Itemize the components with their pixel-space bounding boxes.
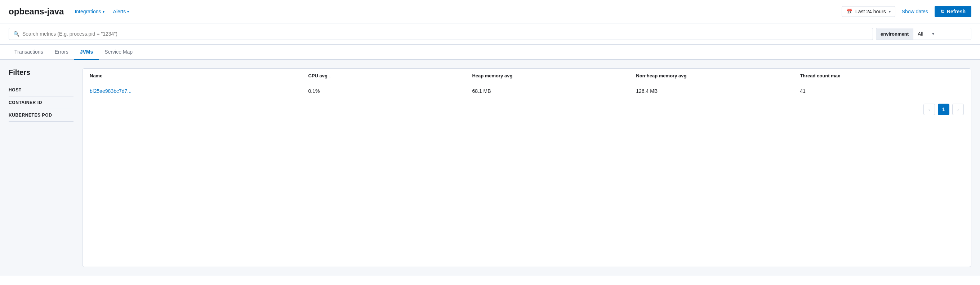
cell-heap-memory-avg: 68.1 MB xyxy=(472,88,636,94)
filters-title: Filters xyxy=(9,68,73,77)
alerts-chevron-icon: ▾ xyxy=(127,10,129,14)
integrations-button[interactable]: Integrations ▾ xyxy=(71,6,108,17)
filter-host[interactable]: HOST xyxy=(9,84,73,97)
refresh-button[interactable]: ↻ Refresh xyxy=(935,6,971,17)
show-dates-button[interactable]: Show dates xyxy=(898,6,932,17)
search-box: 🔍 xyxy=(9,28,873,40)
tab-errors[interactable]: Errors xyxy=(49,44,74,60)
table-row: bf25ae983bc7d7... 0.1% 68.1 MB 126.4 MB … xyxy=(83,83,971,99)
alerts-button[interactable]: Alerts ▾ xyxy=(110,6,133,17)
tab-transactions[interactable]: Transactions xyxy=(9,44,49,60)
search-icon: 🔍 xyxy=(13,31,19,37)
cell-non-heap-memory-avg: 126.4 MB xyxy=(636,88,800,94)
calendar-icon: 📅 xyxy=(846,9,853,14)
col-header-heap-memory: Heap memory avg xyxy=(472,73,636,78)
filter-kubernetes-pod[interactable]: KUBERNETES POD xyxy=(9,109,73,122)
environment-label: environment xyxy=(876,28,913,40)
sort-icon: ↓ xyxy=(329,74,331,78)
col-header-thread-count: Thread count max xyxy=(800,73,964,78)
time-picker-chevron-icon: ▾ xyxy=(889,10,891,14)
tab-jvms[interactable]: JVMs xyxy=(74,44,99,60)
page-1-button[interactable]: 1 xyxy=(938,104,950,115)
cell-cpu-avg: 0.1% xyxy=(309,88,473,94)
search-row: 🔍 environment All ▾ xyxy=(0,24,980,44)
main-content: Filters HOST CONTAINER ID KUBERNETES POD… xyxy=(0,60,980,276)
search-input[interactable] xyxy=(22,31,868,37)
next-icon: › xyxy=(957,106,959,112)
tabs-row: Transactions Errors JVMs Service Map xyxy=(0,44,980,60)
header: opbeans-java Integrations ▾ Alerts ▾ 📅 L… xyxy=(0,0,980,24)
next-page-button[interactable]: › xyxy=(952,104,964,115)
table-header: Name CPU avg ↓ Heap memory avg Non-heap … xyxy=(83,69,971,83)
header-right: 📅 Last 24 hours ▾ Show dates ↻ Refresh xyxy=(842,6,971,17)
integrations-chevron-icon: ▾ xyxy=(103,10,105,14)
col-header-non-heap-memory: Non-heap memory avg xyxy=(636,73,800,78)
refresh-icon: ↻ xyxy=(940,9,945,14)
table-area: Name CPU avg ↓ Heap memory avg Non-heap … xyxy=(82,68,971,267)
col-header-name: Name xyxy=(90,73,309,78)
app-title: opbeans-java xyxy=(9,6,64,17)
filter-container-id[interactable]: CONTAINER ID xyxy=(9,97,73,109)
jvm-link[interactable]: bf25ae983bc7d7... xyxy=(90,88,132,94)
pagination: ‹ 1 › xyxy=(83,99,971,119)
cell-name: bf25ae983bc7d7... xyxy=(90,88,309,94)
environment-selector: environment All ▾ xyxy=(876,28,971,40)
header-nav: Integrations ▾ Alerts ▾ xyxy=(71,6,837,17)
environment-chevron-icon: ▾ xyxy=(932,31,934,36)
app-container: opbeans-java Integrations ▾ Alerts ▾ 📅 L… xyxy=(0,0,980,285)
time-picker[interactable]: 📅 Last 24 hours ▾ xyxy=(842,6,895,17)
col-header-cpu-avg[interactable]: CPU avg ↓ xyxy=(309,73,473,78)
cell-thread-count-max: 41 xyxy=(800,88,964,94)
filters-sidebar: Filters HOST CONTAINER ID KUBERNETES POD xyxy=(9,68,73,267)
prev-icon: ‹ xyxy=(929,106,930,112)
environment-dropdown[interactable]: All ▾ xyxy=(913,28,971,40)
prev-page-button[interactable]: ‹ xyxy=(923,104,935,115)
tab-service-map[interactable]: Service Map xyxy=(99,44,138,60)
